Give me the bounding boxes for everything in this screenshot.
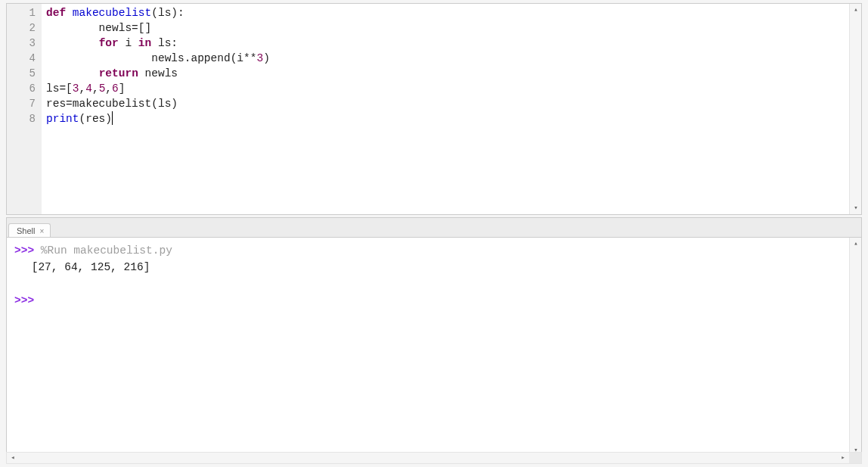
code-line[interactable]: for i in ls:	[46, 36, 857, 51]
code-line[interactable]: newls=[]	[46, 20, 857, 36]
shell-output: [27, 64, 125, 216]	[14, 259, 854, 276]
shell-prompt: >>>	[14, 244, 41, 257]
line-number: 6	[7, 81, 42, 96]
line-number: 2	[7, 20, 42, 36]
scroll-up-icon[interactable]: ▴	[850, 4, 862, 16]
shell-output	[14, 276, 854, 292]
shell-vertical-scrollbar[interactable]: ▴ ▾	[849, 238, 861, 456]
code-line[interactable]: res=makecubelist(ls)	[46, 96, 857, 111]
line-number: 8	[7, 111, 42, 126]
code-line[interactable]: def makecubelist(ls):	[46, 5, 857, 20]
shell-tab-bar: Shell ×	[6, 217, 862, 237]
code-editor-pane: 12345678 def makecubelist(ls): newls=[] …	[6, 3, 862, 215]
scroll-left-icon[interactable]: ◂	[7, 453, 19, 463]
shell-prompt: >>>	[14, 294, 41, 307]
scroll-right-icon[interactable]: ▸	[837, 453, 849, 463]
tab-shell[interactable]: Shell ×	[8, 223, 51, 238]
line-number: 1	[7, 5, 42, 20]
code-line[interactable]: ls=[3,4,5,6]	[46, 81, 857, 96]
shell-command: %Run makecubelist.py	[41, 244, 172, 257]
horizontal-scrollbar[interactable]: ◂ ▸	[6, 452, 862, 464]
text-cursor	[112, 111, 113, 125]
shell-pane[interactable]: >>> %Run makecubelist.py [27, 64, 125, 2…	[6, 237, 862, 457]
line-number: 3	[7, 36, 42, 51]
code-line[interactable]: print(res)	[46, 111, 857, 126]
scroll-up-icon[interactable]: ▴	[850, 238, 862, 250]
shell-line: >>> %Run makecubelist.py	[14, 242, 854, 259]
code-editor[interactable]: def makecubelist(ls): newls=[] for i in …	[42, 4, 861, 214]
line-number: 5	[7, 66, 42, 81]
code-line[interactable]: newls.append(i**3)	[46, 51, 857, 66]
close-icon[interactable]: ×	[39, 227, 44, 235]
line-number: 4	[7, 51, 42, 66]
scroll-down-icon[interactable]: ▾	[850, 202, 862, 214]
line-number: 7	[7, 96, 42, 111]
scrollbar-corner	[849, 453, 861, 463]
line-number-gutter: 12345678	[7, 4, 42, 214]
shell-input-line[interactable]: >>>	[14, 292, 854, 309]
code-line[interactable]: return newls	[46, 66, 857, 81]
tab-shell-label: Shell	[17, 226, 35, 235]
editor-vertical-scrollbar[interactable]: ▴ ▾	[849, 4, 861, 214]
